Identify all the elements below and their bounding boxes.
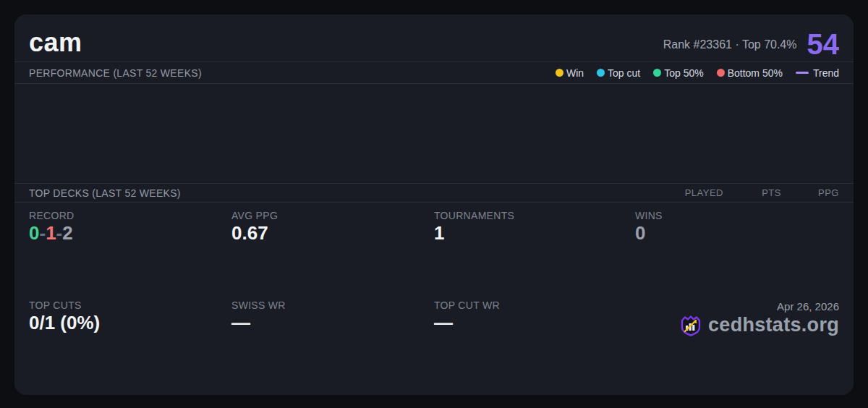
trend-line-icon [796,72,809,74]
legend-item-bottom50: Bottom 50% [717,67,783,79]
shield-chart-arrow-icon [679,314,702,337]
record-separator: - [56,222,63,244]
record-draws: 2 [62,222,72,244]
legend-label: Trend [813,67,839,79]
legend-item-topcut: Top cut [597,67,640,79]
stat-top-cut-wr: TOP CUT WR — [434,297,635,387]
stat-label: WINS [635,210,839,221]
stat-label: TOP CUTS [29,299,231,311]
stat-label: AVG PPG [231,210,434,221]
legend-item-win: Win [556,67,584,79]
footer-date: Apr 26, 2026 [777,300,839,313]
performance-heading: PERFORMANCE (LAST 52 WEEKS) [29,67,202,79]
record-value: 0-1-2 [29,222,231,245]
bottom50-dot-icon [717,69,725,77]
stat-swiss-wr: SWISS WR — [231,297,434,387]
performance-chart [14,84,854,183]
brand-name: cedhstats.org [708,314,839,336]
stat-avg-ppg: AVG PPG 0.67 [231,208,434,297]
topcut-dot-icon [597,69,605,77]
stat-value: 0/1 (0%) [29,312,231,334]
stat-label: RECORD [29,210,231,221]
player-name: cam [29,30,82,56]
legend-item-trend: Trend [796,67,839,79]
legend-item-top50: Top 50% [653,67,703,79]
legend-label: Top cut [608,67,640,79]
stat-value: 0.67 [231,222,434,245]
column-played: PLAYED [665,187,723,198]
stat-label: SWISS WR [231,299,434,311]
performance-header-row: PERFORMANCE (LAST 52 WEEKS) Win Top cut … [14,62,854,84]
stat-value: 0 [635,222,839,245]
record-separator: - [39,222,46,244]
top-decks-header-row: TOP DECKS (LAST 52 WEEKS) PLAYED PTS PPG [14,183,854,203]
stat-top-cuts: TOP CUTS 0/1 (0%) [29,297,231,387]
header-right: Rank #23361 · Top 70.4% 54 [663,31,839,57]
player-score: 54 [807,31,840,57]
player-stats-card: cam Rank #23361 · Top 70.4% 54 PERFORMAN… [14,14,854,395]
stat-label: TOURNAMENTS [434,210,635,221]
stat-tournaments: TOURNAMENTS 1 [434,208,635,297]
stat-label: TOP CUT WR [434,299,635,311]
column-ppg: PPG [781,187,839,198]
stat-value: — [434,312,635,334]
stats-grid: RECORD 0-1-2 AVG PPG 0.67 TOURNAMENTS 1 … [14,203,854,395]
top-decks-heading: TOP DECKS (LAST 52 WEEKS) [29,187,181,199]
top-decks-columns: PLAYED PTS PPG [665,187,839,198]
record-losses: 1 [46,222,56,244]
chart-legend: Win Top cut Top 50% Bottom 50% Trend [556,67,839,79]
brand-row: cedhstats.org [679,314,839,337]
column-pts: PTS [723,187,781,198]
legend-label: Bottom 50% [728,67,783,79]
stat-wins: WINS 0 [635,208,839,297]
legend-label: Win [566,67,584,79]
legend-label: Top 50% [664,67,703,79]
footer: Apr 26, 2026 cedhstats.org [635,297,839,387]
stat-value: 1 [434,222,635,245]
stat-record: RECORD 0-1-2 [29,208,231,297]
stat-value: — [231,312,434,334]
record-wins: 0 [29,222,39,244]
rank-line: Rank #23361 · Top 70.4% [663,38,797,51]
top50-dot-icon [653,69,661,77]
win-dot-icon [556,69,563,77]
card-header: cam Rank #23361 · Top 70.4% 54 [14,14,854,62]
